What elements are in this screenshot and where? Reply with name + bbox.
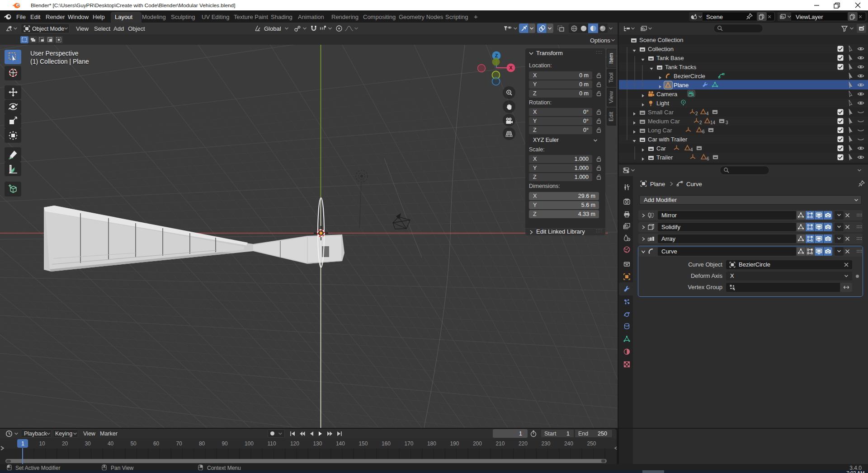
- svg-text:Z: Z: [495, 53, 498, 58]
- svg-text:X: X: [509, 65, 513, 70]
